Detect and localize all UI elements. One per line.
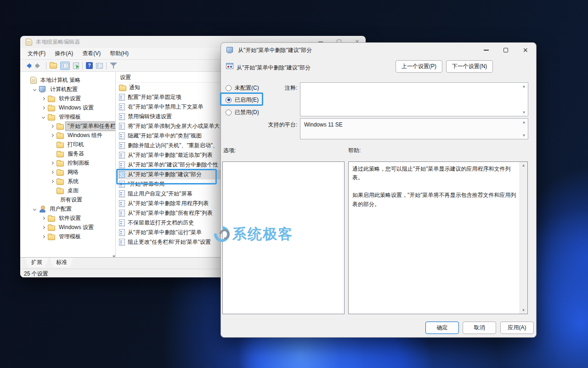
scroll-up-icon[interactable]: ▲ [520, 163, 526, 167]
settings-item-label: 阻止用户自定义"开始"屏幕 [128, 190, 192, 198]
help-icon[interactable]: ? [86, 62, 93, 69]
help-text: 通过此策略，您可以阻止"开始"菜单显示建议的应用程序和文件列表。 如果启用此策略… [352, 165, 516, 209]
chevron-right-icon[interactable] [40, 217, 46, 219]
tree-item[interactable]: 服务器 [20, 149, 115, 158]
setting-icon [119, 142, 125, 149]
settings-item-label: 删除并阻止访问"关机"、"重新启动"、 [128, 142, 218, 150]
radio-unselected-icon[interactable] [226, 109, 232, 115]
tree-item[interactable]: 软件设置 [20, 213, 115, 223]
show-console-tree-icon[interactable] [60, 62, 70, 70]
folder-icon [57, 179, 64, 185]
tree-item[interactable]: 打印机 [20, 140, 115, 149]
tree-item[interactable]: 控制面板 [20, 158, 115, 167]
chevron-right-icon[interactable] [40, 98, 46, 100]
chevron-right-icon[interactable] [49, 162, 55, 164]
toolbar-separator [46, 62, 46, 69]
setting-icon [119, 229, 125, 236]
annotation-highlight-selected-policy [116, 169, 217, 184]
chevron-right-icon[interactable] [49, 171, 55, 173]
scroll-down-icon[interactable]: ▼ [521, 110, 527, 115]
setting-icon [119, 219, 125, 226]
chevron-right-icon[interactable] [40, 107, 46, 109]
chevron-right-icon[interactable] [40, 226, 46, 229]
window-icon[interactable] [96, 63, 103, 69]
filter-icon[interactable] [110, 63, 117, 69]
radio-option[interactable]: 未配置(C) [226, 83, 259, 92]
cancel-button[interactable]: 取消 [463, 322, 496, 334]
dialog-minimize-icon[interactable] [484, 50, 489, 51]
menu-view[interactable]: 查看(V) [79, 48, 104, 59]
tab-extended[interactable]: 扩展 [25, 258, 49, 267]
setting-icon [119, 94, 125, 101]
folder-icon [57, 170, 64, 176]
tree-item-label: 服务器 [66, 150, 86, 158]
user-icon [39, 206, 46, 213]
folder-icon [57, 133, 64, 139]
help-scrollbar[interactable]: ▲ ▼ [520, 162, 527, 314]
folder-icon [48, 216, 55, 222]
tree-item-label: 控制面板 [66, 159, 91, 167]
dialog-maximize-icon[interactable] [503, 48, 508, 52]
tree-item-label: 系统 [66, 177, 80, 186]
chevron-down-icon[interactable] [40, 116, 46, 118]
settings-item-label: 将"开始"菜单强制为全屏大小或菜单大 [128, 122, 220, 130]
export-list-icon[interactable] [73, 63, 79, 69]
apply-button[interactable]: 应用(A) [500, 322, 534, 334]
supported-on-label: 支持的平台: [249, 121, 297, 129]
up-one-level-icon[interactable] [50, 63, 57, 69]
dialog-titlebar[interactable]: 从"开始"菜单中删除"建议"部分 × [221, 43, 536, 58]
settings-item-label: 从"开始"菜单中删除"最近添加"列表 [128, 151, 213, 159]
tree-item[interactable]: 系统 [20, 177, 115, 186]
scroll-down-icon[interactable]: ▼ [520, 308, 526, 312]
tree-item[interactable]: 桌面 [20, 186, 115, 195]
menu-file[interactable]: 文件(F) [24, 48, 49, 59]
back-icon[interactable] [24, 63, 32, 69]
previous-setting-button[interactable]: 上一个设置(P) [396, 60, 442, 73]
tree-item[interactable]: 管理模板 [20, 112, 115, 121]
options-label: 选项: [223, 147, 236, 155]
console-tree: 本地计算机 策略计算机配置软件设置Windows 设置管理模板"开始"菜单和任务… [20, 72, 116, 257]
tree-item[interactable]: 本地计算机 策略 [20, 75, 115, 85]
dialog-header: 从"开始"菜单中删除"建议"部分 上一个设置(P) 下一个设置(N) [221, 60, 536, 76]
tree-item[interactable]: 管理模板 [20, 232, 115, 241]
tree-item[interactable]: 所有设置 [20, 195, 115, 204]
tab-standard[interactable]: 标准 [50, 258, 74, 267]
scroll-up-icon[interactable]: ▲ [521, 84, 527, 88]
chevron-down-icon[interactable] [32, 88, 37, 91]
menu-help[interactable]: 帮助(H) [106, 48, 132, 59]
settings-item-label: 配置"开始"菜单固定项 [128, 93, 181, 101]
chevron-right-icon[interactable] [49, 134, 55, 137]
radio-unselected-icon[interactable] [226, 85, 232, 91]
folder-icon [57, 189, 64, 194]
tree-item[interactable]: "开始"菜单和任务栏 [20, 121, 115, 131]
chevron-right-icon[interactable] [49, 125, 55, 127]
tree-item[interactable]: 用户配置 [20, 204, 115, 213]
tree-item[interactable]: 计算机配置 [20, 85, 115, 94]
computer-icon [39, 86, 46, 92]
policy-dialog: 从"开始"菜单中删除"建议"部分 × 从"开始"菜单中删除"建议"部分 上一个设… [220, 42, 537, 338]
ok-button[interactable]: 确定 [425, 322, 459, 334]
tree-item[interactable]: Windows 设置 [20, 223, 115, 232]
scroll-up-icon[interactable]: ▲ [521, 120, 527, 124]
tree-item[interactable]: 软件设置 [20, 94, 115, 103]
supported-on-textarea[interactable]: Windows 11 SE ▲ ▼ [300, 118, 528, 139]
tree-item[interactable]: 网络 [20, 167, 115, 177]
forward-icon[interactable] [35, 63, 43, 69]
dialog-title: 从"开始"菜单中删除"建议"部分 [238, 46, 312, 54]
scroll-down-icon[interactable]: ▼ [521, 133, 527, 138]
next-setting-button[interactable]: 下一个设置(N) [446, 60, 493, 73]
dialog-close-icon[interactable]: × [523, 47, 528, 53]
chevron-down-icon[interactable] [32, 208, 37, 210]
help-panel: 通过此策略，您可以阻止"开始"菜单显示建议的应用程序和文件列表。 如果启用此策略… [348, 161, 528, 314]
radio-option[interactable]: 已禁用(D) [226, 108, 259, 117]
folder-icon [57, 124, 64, 130]
comment-textarea[interactable]: ▲ ▼ [300, 82, 528, 116]
chevron-right-icon[interactable] [49, 180, 55, 183]
tree-item-label: 桌面 [66, 186, 80, 195]
menu-action[interactable]: 操作(A) [51, 48, 77, 59]
tree-item-label: 打印机 [66, 140, 86, 149]
tree-item[interactable]: Windows 设置 [20, 103, 115, 112]
tree-item[interactable]: Windows 组件 [20, 131, 115, 140]
tree-item-label: "开始"菜单和任务栏 [66, 122, 116, 131]
chevron-right-icon[interactable] [40, 236, 46, 238]
